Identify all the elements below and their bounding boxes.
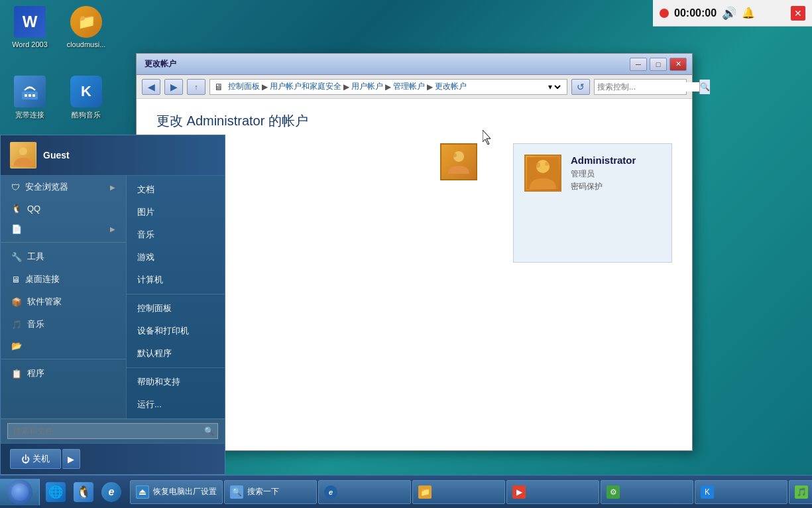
- task-item-extra1[interactable]: K: [695, 480, 787, 504]
- close-button[interactable]: ✕: [669, 58, 687, 71]
- task-icon-files: 📁: [418, 485, 432, 499]
- tb-icon-qq[interactable]: 🐧: [70, 479, 97, 505]
- start-menu-content: 🛡 安全浏览器 ▶ 🐧 QQ 📄 ▶ 🔧 工具: [1, 176, 225, 418]
- window-titlebar: 更改帐户 ─ □ ✕: [137, 54, 692, 75]
- start-item-default-programs[interactable]: 默认程序: [127, 342, 225, 365]
- minimize-button[interactable]: ─: [630, 58, 647, 71]
- start-menu-divider: [1, 242, 126, 243]
- start-menu-right: 文档 图片 音乐 游戏 计算机 控制面板 设备: [127, 176, 225, 418]
- task-icon-extra1: K: [701, 485, 714, 499]
- start-item-security[interactable]: 🛡 安全浏览器 ▶: [1, 176, 126, 198]
- svg-point-10: [545, 162, 549, 166]
- desktop-icon-cloudmusic[interactable]: 📁 cloudmusi...: [60, 3, 113, 51]
- refresh-button[interactable]: ↺: [571, 79, 590, 95]
- start-item-music2[interactable]: 🎵 音乐: [1, 313, 126, 336]
- start-item-qq[interactable]: 🐧 QQ: [1, 198, 126, 219]
- back-button[interactable]: ◀: [142, 79, 160, 95]
- task-icon-media: ▶: [512, 485, 526, 499]
- start-item-help[interactable]: 帮助和支持: [127, 371, 225, 393]
- task-item-media[interactable]: ▶: [506, 480, 599, 504]
- desktop-icon-word2003[interactable]: W Word 2003: [3, 3, 56, 51]
- search-input[interactable]: [595, 82, 699, 92]
- start-menu-header: Guest: [1, 135, 225, 176]
- start-menu-footer: ⏻ 关机 ▶: [1, 443, 225, 474]
- task-item-restore[interactable]: 恢复电脑出厂设置: [130, 480, 223, 504]
- desktop-icon-kugo[interactable]: K 酷狗音乐: [60, 73, 113, 123]
- task-label-search: 搜索一下: [247, 486, 279, 497]
- start-item-desktop-conn[interactable]: 🖥 桌面连接: [1, 268, 126, 290]
- start-button[interactable]: [0, 479, 40, 505]
- user-name: Administrator: [571, 155, 636, 166]
- tb-icon-ie[interactable]: e: [98, 479, 125, 505]
- start-item-devices[interactable]: 设备和打印机: [127, 320, 225, 342]
- window-controls: ─ □ ✕: [630, 58, 687, 71]
- cloudmusic-label: cloudmusi...: [67, 40, 106, 48]
- task-icon-search: 🔍: [230, 485, 243, 499]
- start-item-games[interactable]: 游戏: [127, 246, 225, 269]
- start-item-software[interactable]: 📦 软件管家: [1, 290, 126, 313]
- svg-marker-6: [483, 130, 491, 145]
- breadcrumb-item-control[interactable]: 控制面板: [228, 81, 260, 92]
- breadcrumb-item-user[interactable]: 用户帐户: [351, 81, 383, 92]
- rec-volume-icon[interactable]: 🔊: [722, 6, 736, 21]
- start-item-pictures[interactable]: 图片: [127, 201, 225, 223]
- taskbar: 🌐 🐧 e: [0, 475, 812, 508]
- start-item-run[interactable]: 运行...: [127, 393, 225, 416]
- rec-dot: [660, 9, 669, 18]
- task-icon-extra2: 🎵: [795, 485, 808, 499]
- task-icon-cp: ⚙: [607, 485, 620, 499]
- maximize-button[interactable]: □: [650, 58, 667, 71]
- address-bar: ◀ ▶ ↑ 🖥 控制面板 ▶ 用户帐户和家庭安全 ▶ 用户帐户 ▶ 管理帐户 ▶…: [137, 75, 692, 99]
- shutdown-group: ⏻ 关机 ▶: [10, 449, 80, 469]
- breadcrumb-item-user-family[interactable]: 用户帐户和家庭安全: [270, 81, 341, 92]
- start-search-input[interactable]: [7, 423, 218, 439]
- shutdown-button[interactable]: ⏻ 关机: [10, 449, 61, 469]
- rec-bell-icon[interactable]: 🔔: [742, 7, 755, 19]
- start-orb-inner: [11, 483, 29, 501]
- desktop-icon-broadband[interactable]: 宽带连接: [3, 73, 56, 123]
- task-item-ie[interactable]: e: [318, 480, 411, 504]
- start-item-music[interactable]: 音乐: [127, 223, 225, 246]
- tb-icon-browser[interactable]: 🌐: [42, 479, 69, 505]
- start-item-docs[interactable]: 文档: [127, 178, 225, 201]
- start-item-tools[interactable]: 🔧 工具: [1, 245, 126, 268]
- start-search: 🔍: [1, 418, 225, 443]
- start-user-avatar: [10, 142, 36, 168]
- start-item-programs[interactable]: 📋 程序: [1, 362, 126, 385]
- user-icon-box: [440, 143, 480, 183]
- user-role: 管理员: [571, 168, 636, 180]
- address-path[interactable]: 🖥 控制面板 ▶ 用户帐户和家庭安全 ▶ 用户帐户 ▶ 管理帐户 ▶ 更改帐户 …: [209, 79, 567, 95]
- breadcrumb-item-change[interactable]: 更改帐户: [435, 81, 467, 92]
- start-orb: [7, 479, 32, 505]
- task-item-extra2[interactable]: 🎵: [789, 480, 812, 504]
- task-item-cp[interactable]: ⚙: [601, 480, 693, 504]
- svg-rect-13: [139, 493, 146, 495]
- start-search-wrap: 🔍: [7, 423, 218, 439]
- desktop: 00:00:00 🔊 🔔 ✕ W Word 2003 📁 cloudmusi..…: [0, 0, 812, 508]
- start-user-name: Guest: [43, 150, 70, 160]
- forward-button[interactable]: ▶: [164, 79, 183, 95]
- shutdown-arrow-button[interactable]: ▶: [62, 449, 80, 469]
- search-button[interactable]: 🔍: [699, 80, 710, 94]
- address-dropdown[interactable]: ▾: [546, 82, 563, 92]
- start-menu-left: 🛡 安全浏览器 ▶ 🐧 QQ 📄 ▶ 🔧 工具: [1, 176, 127, 418]
- svg-point-11: [19, 147, 27, 155]
- breadcrumb-item-manage[interactable]: 管理帐户: [393, 81, 425, 92]
- word2003-icon: W: [14, 6, 46, 38]
- svg-rect-1: [25, 94, 27, 97]
- up-button[interactable]: ↑: [187, 79, 205, 95]
- start-item-item3[interactable]: 📄 ▶: [1, 219, 126, 239]
- user-info: Administrator 管理员 密码保护: [571, 155, 636, 192]
- start-item-control-panel[interactable]: 控制面板: [127, 297, 225, 320]
- broadband-icon: [14, 76, 46, 107]
- task-item-files[interactable]: 📁: [412, 480, 505, 504]
- task-item-search[interactable]: 🔍 搜索一下: [224, 480, 317, 504]
- search-box[interactable]: 🔍: [594, 79, 687, 95]
- window-title: 更改帐户: [145, 58, 176, 70]
- start-item-item8[interactable]: 📂: [1, 336, 126, 356]
- taskbar-quick-launch: 🌐 🐧 e: [40, 479, 127, 505]
- start-item-computer[interactable]: 计算机: [127, 269, 225, 291]
- content-body: 更改帐户名称 更改密码 删除密码 更改图片 设置家长控制 管理其他帐户: [156, 143, 672, 263]
- rec-close-button[interactable]: ✕: [791, 6, 805, 21]
- kugo-icon: K: [70, 76, 102, 107]
